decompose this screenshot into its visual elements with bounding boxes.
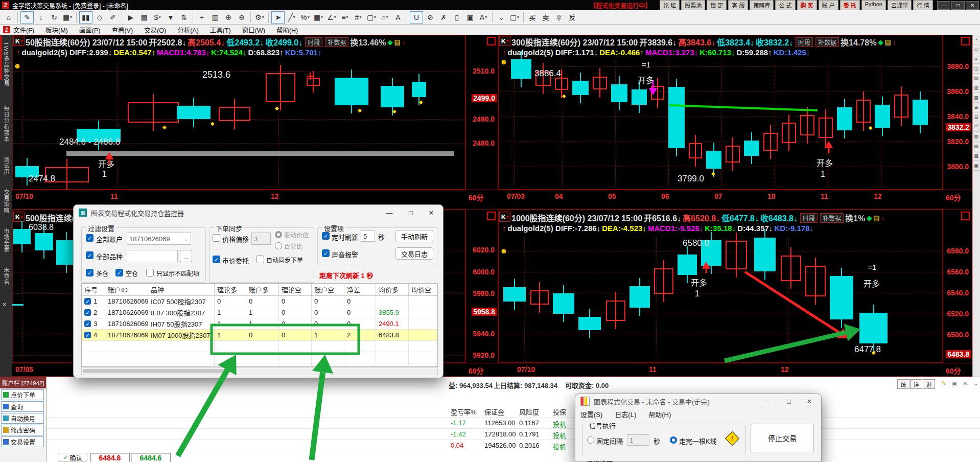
tick-offset-radio[interactable] [275,231,282,238]
titlebar-button-购买[interactable]: 购 买 [797,0,817,10]
trade-button-买[interactable]: 买 [526,12,539,23]
stop-trading-button[interactable]: 停止交易 [751,424,814,452]
quick-order-button[interactable]: 点价下单 [1,389,44,400]
menu-帮助(H)[interactable]: 帮助(H) [276,25,298,35]
titlebar-button-行情[interactable]: 行 情 [913,0,933,10]
row-checkbox[interactable]: ✓ [84,320,91,327]
right-strip-icon-1[interactable]: ▭ [973,44,979,54]
pin-icon[interactable]: ▣ [949,379,960,388]
delete-icon[interactable]: ✗ [437,12,450,23]
sort-icon[interactable]: ⇅ [178,12,190,23]
right-strip-icon-5[interactable]: ▥ [973,83,979,93]
positions-header-品种[interactable]: 品种 [148,284,215,295]
zoom-out-icon[interactable]: ⊖ [236,12,248,23]
symbol-input[interactable] [127,250,178,262]
period-label[interactable]: 60分 [946,192,961,202]
right-strip-icon-3[interactable]: ◫ [973,64,979,74]
position-row[interactable]: ✓318710626069IH07 50股指2307110002490.1 [82,318,437,330]
row-checkbox[interactable]: ✓ [84,309,91,316]
positions-header-理论多[interactable]: 理论多 [215,284,246,295]
titlebar-button-云课堂[interactable]: 云课堂 [888,0,912,10]
period-label[interactable]: 60分 [469,192,484,202]
positions-table-hscrollbar[interactable] [81,367,438,375]
exec-close-button[interactable]: ✕ [800,395,819,408]
right-strip-icon-0[interactable]: ~ [973,35,979,44]
query-button[interactable]: 查询 [1,401,44,412]
titlebar-button-委托[interactable]: 委 托 [840,0,860,10]
trade-button-反[interactable]: 反 [566,12,578,23]
angle-icon[interactable]: ∠▾ [325,12,338,23]
exec-menu-设置(S)[interactable]: 设置(S) [580,409,602,420]
position-row[interactable]: ✓418710626069IM07 1000股指2307100126483.8 [82,330,437,341]
cursor-icon[interactable]: ➤ [271,11,285,24]
period-label[interactable]: 60分 [469,365,484,376]
kline-icon[interactable]: ▮▮ [79,11,92,24]
change-password-button[interactable]: 修改密码 [1,425,44,435]
bid-price-box[interactable]: 6484.8 [90,453,130,462]
panel-button-统[interactable]: 统 [897,379,909,389]
chart-maximize-icon[interactable] [487,212,496,220]
menu-交易(O)[interactable]: 交易(O) [144,25,166,35]
lock-icon[interactable]: ▣ [464,12,476,23]
menu-画面(P)[interactable]: 画面(P) [79,25,101,35]
positions-header-账户多[interactable]: 账户多 [246,284,279,295]
left-tab-测试用[interactable]: 测试用 [2,156,10,175]
right-strip-icon-12[interactable]: ▩ [973,151,979,161]
chart-maximize-icon[interactable] [961,212,970,220]
close-button[interactable]: ✕ [966,1,979,10]
trash-icon[interactable]: ▯ [451,12,463,23]
kline-type-button[interactable]: K▾ [499,36,510,46]
list-icon[interactable]: ▥ [209,12,221,23]
sound-alarm-checkbox[interactable]: ✓ [322,249,330,257]
monitor-close-button[interactable]: ✕ [422,206,441,219]
refresh-icon[interactable]: ↻ [48,12,60,23]
monitor-maximize-button[interactable]: □ [401,206,421,219]
edit-icon[interactable]: ✐ [107,12,119,23]
left-tab-市场全景[interactable]: 市场全景 [2,228,10,252]
confirm-button[interactable]: ✓确认 [58,453,87,462]
right-strip-icon-13[interactable]: ▣ [973,161,979,171]
hline-icon[interactable]: ≡▾ [339,12,351,23]
titlebar-button-Python[interactable]: Python [861,0,886,10]
trade-settings-button[interactable]: 交易设置 [1,436,44,447]
draw-icon[interactable]: ✎ [20,11,34,24]
left-tab-交易策略[interactable]: 交易策略 [2,189,10,214]
menu-查看(V)[interactable]: 查看(V) [111,25,133,35]
all-accounts-checkbox[interactable]: ✓ [86,234,94,242]
position-row[interactable]: ✓218710626069IF07 300股指2307110003855.9 [82,307,437,318]
manual-refresh-button[interactable]: 手动刷新 [395,230,433,242]
menu-工具(T)[interactable]: 工具(T) [210,25,231,35]
fixed-interval-input[interactable]: 1 [627,434,649,446]
download-icon[interactable]: ↓ [35,12,47,23]
filter-icon[interactable]: ▼ [165,12,177,23]
more-icon[interactable]: ⌄ [495,12,507,23]
right-strip-icon-10[interactable]: ▧ [973,132,979,142]
rect-icon[interactable]: ▢▾ [365,12,378,23]
titlebar-button-客服[interactable]: 客 服 [728,0,748,10]
ask-price-box[interactable]: 6484.6 [131,453,171,462]
account-select[interactable]: 18710626069⌄ [127,233,191,245]
eraser-icon[interactable]: ⊘ [424,12,436,23]
left-tab-每日分析蓝本[interactable]: 每日分析蓝本 [2,105,10,142]
positions-header-账户空[interactable]: 账户空 [312,284,344,295]
menu-分析(A)[interactable]: 分析(A) [177,25,199,35]
panel-button-退[interactable]: 退 [923,379,935,389]
hash-icon[interactable]: #▾ [352,12,364,23]
positions-header-理论空[interactable]: 理论空 [279,284,312,295]
header-button-时段[interactable]: 时段 [800,213,818,223]
font-color-icon[interactable]: A▾ [477,12,489,23]
titlebar-button-策略库[interactable]: 策略库 [750,0,774,10]
positions-header-账户ID[interactable]: 账户ID [105,284,148,295]
money-icon[interactable]: $▾ [151,12,164,23]
left-strip-close-icon[interactable]: ✕ [2,302,7,308]
pencil-icon[interactable]: ✎ [938,379,949,388]
circle-icon[interactable]: ○▾ [379,12,391,23]
maximize-button[interactable]: □ [951,1,965,10]
trendline-icon[interactable]: ╱▾ [286,12,298,23]
exec-maximize-button[interactable]: □ [779,395,799,408]
right-strip-icon-9[interactable]: □ [973,122,979,132]
right-strip-icon-4[interactable]: ▤ [973,74,979,83]
window-icon[interactable]: ▢▾ [508,12,521,23]
row-checkbox[interactable]: ✓ [84,332,91,338]
auto-rollover-button[interactable]: 自动换月 [1,413,44,424]
